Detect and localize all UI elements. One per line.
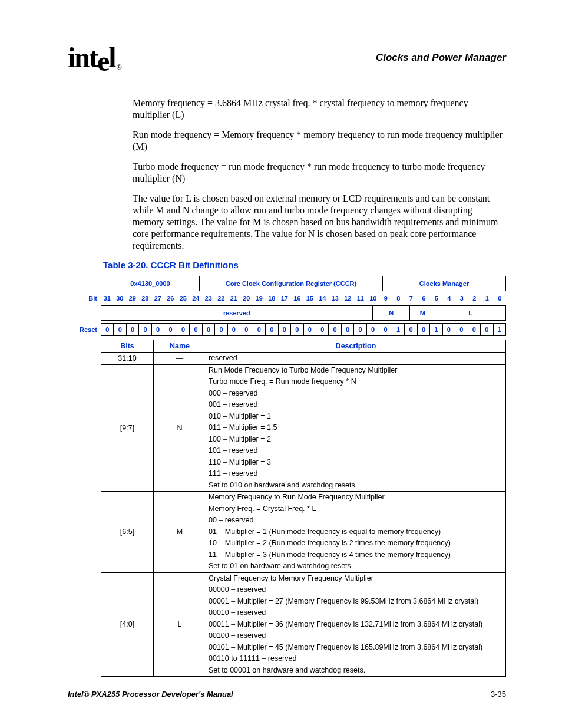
footer-page-number: 3-35 (491, 690, 506, 699)
register-table: 0x4130_0000 Core Clock Configuration Reg… (101, 276, 506, 677)
cell-description: Memory Frequency to Run Mode Frequency M… (206, 492, 506, 573)
bit-number: 11 (354, 294, 367, 303)
reset-bit: 1 (429, 323, 442, 336)
field-n: N (373, 306, 411, 320)
bit-index-row: Bit 313029282726252423222120191817161514… (101, 294, 506, 303)
reset-bit: 0 (138, 323, 151, 336)
bit-number: 25 (177, 294, 190, 303)
bit-number: 10 (367, 294, 380, 303)
bit-number: 4 (443, 294, 456, 303)
desc-line: 00110 to 11111 – reserved (206, 653, 505, 665)
reset-bit: 0 (328, 323, 340, 336)
cell-description: Crystal Frequency to Memory Frequency Mu… (206, 572, 506, 677)
desc-line: Turbo mode Freq. = Run mode frequency * … (206, 376, 505, 388)
reset-bit: 0 (265, 323, 277, 336)
bit-number: 22 (215, 294, 228, 303)
reset-bit: 0 (480, 323, 492, 336)
reset-bit: 0 (189, 323, 201, 336)
table-row: [4:0]LCrystal Frequency to Memory Freque… (101, 572, 506, 677)
desc-line: 111 – reserved (206, 468, 505, 480)
reset-bit: 1 (493, 323, 506, 336)
paragraph: Run mode frequency = Memory frequency * … (133, 129, 506, 153)
paragraph: Memory frequency = 3.6864 MHz crystal fr… (133, 97, 506, 121)
desc-line: 11 – Multiplier = 3 (Run mode frequency … (206, 549, 505, 561)
cell-name: M (154, 492, 206, 573)
reset-bit: 0 (164, 323, 176, 336)
bit-number: 2 (468, 294, 481, 303)
reset-bit: 0 (468, 323, 480, 336)
desc-line: 011 – Multiplier = 1.5 (206, 422, 505, 434)
body-text: Memory frequency = 3.6864 MHz crystal fr… (133, 97, 506, 252)
desc-line: 010 – Multiplier = 1 (206, 411, 505, 423)
desc-line: 00010 – reserved (206, 607, 505, 619)
desc-line: Set to 01 on hardware and watchdog reset… (206, 561, 505, 572)
cell-bits: [9:7] (101, 364, 154, 492)
table-row: 31:10—reserved (101, 353, 506, 365)
reset-bit: 0 (177, 323, 189, 336)
desc-line: 00 – reserved (206, 515, 505, 526)
desc-line: 110 – Multiplier = 3 (206, 457, 505, 469)
register-header-row: 0x4130_0000 Core Clock Configuration Reg… (101, 276, 506, 291)
reset-bit: 0 (455, 323, 467, 336)
reset-bit: 0 (442, 323, 455, 336)
col-header-desc: Description (206, 340, 506, 353)
bit-number: 28 (139, 294, 152, 303)
bit-number: 29 (126, 294, 139, 303)
reset-bit: 0 (101, 323, 113, 336)
reset-bit: 0 (379, 323, 391, 336)
field-m: M (410, 306, 435, 320)
bit-number: 0 (494, 294, 507, 303)
reset-bit: 0 (253, 323, 265, 336)
reset-row-label: Reset (70, 326, 101, 333)
reset-bit: 0 (214, 323, 227, 336)
cell-bits: [4:0] (101, 572, 154, 677)
page-footer: Intel® PXA255 Processor Developer's Manu… (68, 690, 506, 699)
reset-bit: 0 (404, 323, 416, 336)
bit-number: 9 (379, 294, 392, 303)
cell-bits: [6:5] (101, 492, 154, 573)
definition-table: Bits Name Description 31:10—reserved[9:7… (101, 340, 506, 677)
bit-number: 18 (266, 294, 279, 303)
desc-line: 00101 – Multiplier = 45 (Memory Frequenc… (206, 642, 505, 654)
register-address: 0x4130_0000 (101, 276, 200, 291)
desc-line: Set to 010 on hardware and watchdog rese… (206, 480, 505, 492)
bit-number: 5 (430, 294, 443, 303)
reset-bit: 0 (151, 323, 164, 336)
register-manager: Clocks Manager (383, 276, 505, 291)
cell-bits: 31:10 (101, 353, 154, 365)
desc-line: reserved (206, 353, 505, 364)
desc-line: 000 – reserved (206, 388, 505, 400)
table-caption: Table 3-20. CCCR Bit Definitions (103, 260, 506, 270)
paragraph: The value for L is chosen based on exter… (133, 193, 506, 252)
table-row: [9:7]NRun Mode Frequency to Turbo Mode F… (101, 364, 506, 492)
reset-bit: 1 (392, 323, 404, 336)
bit-number: 27 (151, 294, 164, 303)
desc-line: 00100 – reserved (206, 630, 505, 642)
reset-bit: 0 (290, 323, 303, 336)
paragraph: Turbo mode frequency = run mode frequenc… (133, 161, 506, 185)
field-row: reserved N M L (101, 305, 506, 321)
reset-row: Reset 00000000000000000000000100100001 (101, 323, 506, 336)
col-header-bits: Bits (101, 340, 154, 353)
desc-line: 00001 – Multiplier = 27 (Memory Frequenc… (206, 596, 505, 608)
footer-manual-title: Intel® PXA255 Processor Developer's Manu… (68, 690, 233, 699)
reset-bit: 0 (341, 323, 353, 336)
bit-number: 14 (316, 294, 329, 303)
bit-number: 31 (101, 294, 114, 303)
desc-line: 10 – Multiplier = 2 (Run mode frequency … (206, 538, 505, 549)
bit-number: 24 (190, 294, 203, 303)
col-header-name: Name (154, 340, 206, 353)
desc-line: Memory Frequency to Run Mode Frequency M… (206, 492, 505, 503)
desc-line: 01 – Multiplier = 1 (Run mode frequency … (206, 526, 505, 538)
bit-numbers: 3130292827262524232221201918171615141312… (101, 294, 506, 303)
desc-line: Run Mode Frequency to Turbo Mode Frequen… (206, 365, 505, 377)
reset-bit: 0 (417, 323, 429, 336)
cell-description: reserved (206, 353, 506, 365)
intel-logo: intel® (68, 41, 120, 74)
bit-number: 7 (405, 294, 418, 303)
bit-row-label: Bit (70, 295, 101, 302)
desc-line: 00011 – Multiplier = 36 (Memory Frequenc… (206, 619, 505, 631)
bit-number: 1 (481, 294, 494, 303)
bit-number: 6 (418, 294, 431, 303)
reset-bit: 0 (366, 323, 379, 336)
